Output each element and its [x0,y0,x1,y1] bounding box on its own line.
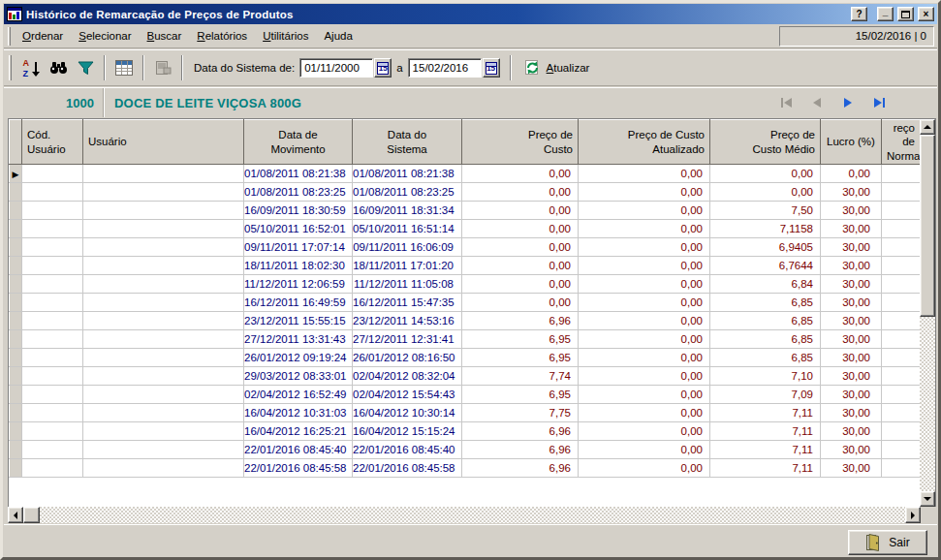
table-row[interactable]: 29/03/2012 08:33:0102/04/2012 08:32:047,… [10,367,921,386]
column-header-custo[interactable]: Preço de Custo [462,120,579,165]
table-row[interactable]: 18/11/2011 18:02:3018/11/2011 17:01:200,… [10,257,921,275]
column-header-sel[interactable] [10,120,22,165]
date-from-calendar-button[interactable]: 15 [374,58,392,78]
grid-cell-lucro_pct: 30,00 [821,330,882,349]
sort-button[interactable]: A Z [17,54,45,81]
minimize-button[interactable]: _ [877,7,894,21]
table-row[interactable]: 22/01/2016 08:45:4022/01/2016 08:45:406,… [10,441,921,459]
table-row[interactable]: 16/12/2011 16:49:5916/12/2011 15:47:350,… [10,294,921,312]
menu-utilitarios[interactable]: Utilitários [255,26,316,46]
grid-cell-preco_custo_atualizado: 0,00 [579,257,710,275]
app-icon [7,7,22,21]
title-bar[interactable]: Histórico de Remarcação de Preços de Pro… [4,4,937,24]
row-selector[interactable] [10,441,22,459]
vertical-scroll-thumb[interactable] [920,135,935,317]
table-row[interactable]: 16/09/2011 18:30:5916/09/2011 18:31:340,… [10,202,921,220]
row-selector[interactable] [10,294,22,312]
find-button[interactable] [45,54,72,81]
vertical-scrollbar[interactable] [920,119,935,507]
row-selector[interactable] [10,238,22,257]
scroll-up-button[interactable] [920,119,935,135]
scroll-down-button[interactable] [920,491,935,507]
grid-cell-data_sistema: 16/09/2011 18:31:34 [353,202,462,220]
row-selector[interactable] [10,257,22,275]
table-row[interactable]: ▶01/08/2011 08:21:3801/08/2011 08:21:380… [10,165,921,183]
calendar-icon: 15 [377,62,389,75]
toolbar-grip[interactable] [9,55,12,80]
grid-cell-lucro_pct: 30,00 [821,275,882,294]
scroll-track[interactable] [40,507,905,523]
nav-first-button[interactable] [778,96,794,109]
row-selector[interactable] [10,312,22,330]
table-row[interactable]: 23/12/2011 15:55:1523/12/2011 14:53:166,… [10,312,921,330]
row-selector[interactable] [10,367,22,386]
row-selector[interactable] [10,330,22,349]
date-to-calendar-button[interactable]: 15 [483,58,500,78]
exit-button[interactable]: Sair [848,530,927,555]
scroll-left-button[interactable] [8,507,23,523]
horizontal-scrollbar[interactable] [8,507,936,523]
horizontal-scroll-thumb[interactable] [23,507,40,523]
row-selector[interactable] [10,349,22,367]
refresh-button[interactable]: Atualizar [524,60,590,76]
grid-cell-preco_venda_normal [882,441,921,459]
row-selector[interactable] [10,404,22,422]
grid-cell-usuario [83,441,244,459]
column-header-cod[interactable]: Cód. Usuário [22,120,83,165]
column-header-usuario[interactable]: Usuário [83,120,244,165]
filter-button[interactable] [72,54,99,81]
grid-cell-data_sistema: 18/11/2011 17:01:20 [353,257,462,275]
table-row[interactable]: 05/10/2011 16:52:0105/10/2011 16:51:140,… [10,220,921,238]
row-selector[interactable] [10,183,22,202]
grid-cell-lucro_pct: 30,00 [821,202,882,220]
table-row[interactable]: 26/01/2012 09:19:2426/01/2012 08:16:506,… [10,349,921,367]
grid-cell-data_movimento: 22/01/2016 08:45:58 [244,459,353,478]
column-header-movimento[interactable]: Data de Movimento [244,120,353,165]
scroll-right-button[interactable] [905,507,921,523]
grid-cell-preco_custo_atualizado: 0,00 [579,294,710,312]
grid-cell-preco_venda_normal [882,386,921,404]
row-selector[interactable] [10,220,22,238]
menu-grip[interactable] [8,27,11,46]
nav-prev-button[interactable] [809,96,825,109]
report-icon [154,60,172,76]
table-row[interactable]: 27/12/2011 13:31:4327/12/2011 12:31:416,… [10,330,921,349]
table-row[interactable]: 11/12/2011 12:06:5911/12/2011 11:05:080,… [10,275,921,294]
close-button[interactable]: × [918,7,934,21]
row-selector[interactable] [10,202,22,220]
nav-next-button[interactable] [840,96,856,109]
grid-cell-preco_venda_normal [882,238,921,257]
grid-cell-preco_custo: 0,00 [462,275,579,294]
grid-cell-preco_custo: 0,00 [462,220,579,238]
menu-ajuda[interactable]: Ajuda [316,26,360,46]
date-from-input[interactable] [299,58,373,78]
row-selector[interactable] [10,386,22,404]
menu-relatorios[interactable]: Relatórios [189,26,255,46]
table-row[interactable]: 16/04/2012 16:25:2116/04/2012 15:15:246,… [10,422,921,441]
menu-selecionar[interactable]: Selecionar [71,26,139,46]
maximize-button[interactable] [897,7,914,21]
row-selector[interactable] [10,275,22,294]
column-header-venda[interactable]: reço de Normal [882,120,921,165]
column-header-atualizado[interactable]: Preço de Custo Atualizado [579,120,710,165]
column-header-medio[interactable]: Preço de Custo Médio [710,120,821,165]
table-row[interactable]: 16/04/2012 10:31:0316/04/2012 10:30:147,… [10,404,921,422]
grid-cell-cod_usuario [22,386,83,404]
table-row[interactable]: 02/04/2012 16:52:4902/04/2012 15:54:436,… [10,386,921,404]
column-header-sistema[interactable]: Data do Sistema [353,120,462,165]
menu-buscar[interactable]: Buscar [140,26,190,46]
help-button[interactable]: ? [851,7,867,21]
table-row[interactable]: 09/11/2011 17:07:1409/11/2011 16:06:090,… [10,238,921,257]
table-row[interactable]: 01/08/2011 08:23:2501/08/2011 08:23:250,… [10,183,921,202]
menu-ordenar[interactable]: Ordenar [15,26,71,46]
date-to-input[interactable] [408,58,482,78]
grid-cell-preco_custo: 6,96 [462,441,579,459]
row-selector[interactable]: ▶ [10,165,22,183]
row-selector[interactable] [10,422,22,441]
column-header-lucro[interactable]: Lucro (%) [821,120,882,165]
table-row[interactable]: 22/01/2016 08:45:5822/01/2016 08:45:586,… [10,459,921,478]
grid-view-button[interactable] [110,54,138,81]
first-record-icon [784,98,792,108]
row-selector[interactable] [10,459,22,478]
nav-last-button[interactable] [871,96,887,109]
